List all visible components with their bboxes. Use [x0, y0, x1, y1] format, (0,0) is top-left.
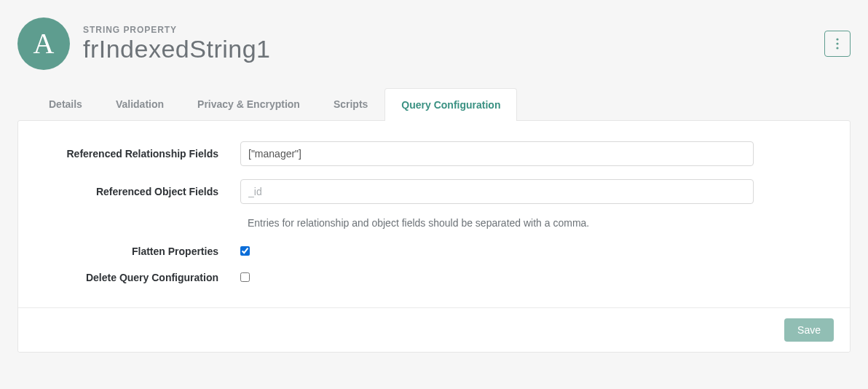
avatar: A — [17, 17, 70, 70]
svg-point-0 — [836, 38, 838, 40]
svg-point-2 — [836, 47, 838, 49]
row-delete-query-configuration: Delete Query Configuration — [47, 271, 821, 284]
label-referenced-relationship-fields: Referenced Relationship Fields — [47, 148, 240, 160]
row-referenced-object-fields: Referenced Object Fields — [47, 179, 821, 204]
tabs: Details Validation Privacy & Encryption … — [17, 87, 851, 120]
svg-point-1 — [836, 42, 838, 44]
tab-scripts[interactable]: Scripts — [317, 87, 384, 120]
tab-query-configuration[interactable]: Query Configuration — [384, 88, 517, 121]
more-actions-button[interactable] — [824, 31, 851, 57]
tab-validation[interactable]: Validation — [99, 87, 181, 120]
avatar-letter: A — [33, 29, 55, 58]
panel-body: Referenced Relationship Fields Reference… — [18, 121, 850, 307]
overline: STRING PROPERTY — [83, 25, 271, 35]
control-referenced-relationship-fields — [240, 141, 754, 166]
help-spacer — [47, 217, 240, 229]
tab-privacy-encryption[interactable]: Privacy & Encryption — [181, 87, 317, 120]
help-text: Entries for relationship and object fiel… — [240, 217, 754, 229]
control-delete-query-configuration — [240, 271, 754, 284]
title-block: A STRING PROPERTY frIndexedString1 — [17, 17, 271, 70]
input-referenced-object-fields[interactable] — [240, 179, 754, 204]
tab-details[interactable]: Details — [32, 87, 99, 120]
save-button[interactable]: Save — [784, 318, 834, 342]
label-delete-query-configuration: Delete Query Configuration — [47, 272, 240, 283]
panel-query-configuration: Referenced Relationship Fields Reference… — [17, 120, 851, 353]
row-referenced-relationship-fields: Referenced Relationship Fields — [47, 141, 821, 166]
label-flatten-properties: Flatten Properties — [47, 245, 240, 257]
control-flatten-properties — [240, 245, 754, 258]
title-text: STRING PROPERTY frIndexedString1 — [83, 25, 271, 63]
row-flatten-properties: Flatten Properties — [47, 245, 821, 258]
label-referenced-object-fields: Referenced Object Fields — [47, 186, 240, 197]
row-help: Entries for relationship and object fiel… — [47, 217, 821, 229]
page-header: A STRING PROPERTY frIndexedString1 — [17, 17, 851, 70]
page-title: frIndexedString1 — [83, 35, 271, 63]
vertical-ellipsis-icon — [836, 38, 839, 50]
panel-footer: Save — [18, 307, 850, 352]
control-referenced-object-fields — [240, 179, 754, 204]
checkbox-flatten-properties[interactable] — [240, 246, 250, 256]
input-referenced-relationship-fields[interactable] — [240, 141, 754, 166]
checkbox-delete-query-configuration[interactable] — [240, 272, 250, 282]
